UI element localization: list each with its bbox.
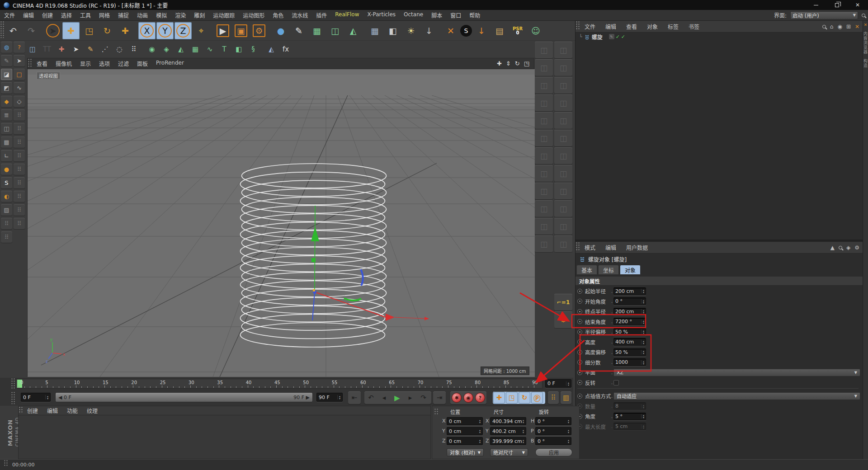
last-tool-move-button[interactable]: ✚ [117,22,134,39]
coord-field-位置-Y[interactable]: 0 cm▴▾ [447,427,483,435]
menu-item-工具[interactable]: 工具 [76,11,95,19]
floor-button[interactable]: ↓ [420,22,438,39]
palette-cell-8-button[interactable]: ⠿ [14,204,25,216]
keyframe-selection-button[interactable]: ⠿ [548,391,559,404]
checkbox-反转[interactable] [613,380,619,385]
coord-field-旋转-B[interactable]: 0 °▴▾ [535,437,571,445]
om-menu-item-对象[interactable]: 对象 [642,23,663,30]
palette-cell-4-button[interactable]: ⠿ [14,150,25,161]
layer-stack-button[interactable]: ≣ [1,109,12,121]
am-search-icon[interactable] [839,246,842,249]
palette-icon-right-0[interactable]: ◫ [554,42,572,58]
layer-icon[interactable]: ✎ [609,34,614,39]
poly-pen-button[interactable]: ◇ [14,96,25,107]
keyframe-radio[interactable] [577,380,582,385]
om-menu-item-书签[interactable]: 书签 [684,23,704,30]
redo-button[interactable]: ↷ [23,22,40,39]
keyframe-radio[interactable] [577,394,582,399]
palette-icon-left-8[interactable]: ◫ [535,183,553,199]
timeline-handle[interactable] [11,378,15,390]
menu-item-Octane[interactable]: Octane [400,11,427,19]
value-field-结束角度[interactable]: 7200 °▴▾ [613,318,646,325]
om-eye-icon[interactable]: ◉ [837,24,842,30]
palette-icon-right-8[interactable]: ◫ [554,183,572,199]
maximize-view-icon[interactable]: ◳ [524,60,529,67]
object-manager-handle[interactable] [576,21,580,30]
attribute-section-header[interactable]: 对象属性 [576,277,863,286]
play-button[interactable]: ▶ [391,394,404,402]
keyframe-radio[interactable] [577,339,582,344]
frame-field[interactable]: 0 F▴▾ [545,379,571,388]
palette-icon-right-7[interactable]: ◫ [554,165,572,182]
palette-cell-6-button[interactable]: ⠿ [14,177,25,188]
keyframe-radio[interactable] [577,299,582,304]
coord-field-位置-X[interactable]: 0 cm▴▾ [447,417,483,425]
menu-item-编辑[interactable]: 编辑 [19,11,38,19]
ruler-button[interactable]: ∟ [1,150,12,161]
om-filter-icon[interactable]: ✕ [855,24,859,30]
next-key-button[interactable]: ↷ [417,394,430,402]
record-options-button[interactable]: ? [475,393,485,403]
om-search-icon[interactable] [822,25,826,28]
object-label[interactable]: 螺旋 [592,33,603,41]
viewport-menu-item-摄像机[interactable]: 摄像机 [52,60,76,67]
palette-icon-right-1[interactable]: ◫ [554,59,572,76]
menu-item-创建[interactable]: 创建 [38,11,57,19]
palette-icon-right-6[interactable]: ◫ [554,147,572,164]
search-icon[interactable] [862,14,865,17]
value-field-开始角度[interactable]: 0 °▴▾ [613,297,646,305]
am-lock-icon[interactable]: ◈ [846,244,850,251]
workplane-button[interactable]: ◆ [1,96,12,107]
move-button[interactable]: ✚ [62,22,80,39]
lock-x-axis-button[interactable]: X [138,22,156,39]
poly-mesh-button[interactable]: ▦ [189,42,202,56]
palette-icon-right-11[interactable]: ◫ [554,235,572,252]
attribute-manager-handle[interactable] [576,242,580,251]
camera-button[interactable]: ◧ [384,22,401,39]
menu-item-文件[interactable]: 文件 [0,11,19,19]
om-menu-item-查看[interactable]: 查看 [621,23,642,30]
om-menu-item-编辑[interactable]: 编辑 [600,23,621,30]
render-picture-viewer-button[interactable]: ▣ [232,22,250,39]
palette-cell-2-button[interactable]: ⠿ [14,123,25,134]
pan-icon[interactable]: ✚ [497,60,502,67]
workplane-settings-button[interactable]: ⚙ [554,311,572,328]
viewport-menu-item-面板[interactable]: 面板 [133,60,152,67]
tab-坐标[interactable]: 坐标 [598,265,619,275]
tab-对象[interactable]: 对象 [620,265,641,275]
cursor-button[interactable]: ➤ [14,55,25,66]
coordinates-handle[interactable] [434,408,438,414]
prev-key-button[interactable]: ↶ [364,394,377,402]
rotate-view-icon[interactable]: ↻ [515,60,520,67]
rotate-button[interactable]: ↻ [99,22,116,39]
visible-check-icon[interactable]: ✓ [621,34,625,40]
lock-z-axis-button[interactable]: Z [175,22,192,39]
value-field-起始半径[interactable]: 200 cm▴▾ [613,287,646,295]
palette-icon-right-10[interactable]: ◫ [554,218,572,235]
prev-frame-button[interactable]: ◂ [377,394,391,402]
menu-item-运动跟踪[interactable]: 运动跟踪 [209,11,239,19]
spline-smooth-button[interactable]: ∿ [14,82,25,94]
make-editable-button[interactable]: ◫ [26,42,39,56]
mm-menu-item-创建[interactable]: 创建 [23,407,42,414]
live-selection-button[interactable]: ➤ [44,22,61,39]
palette-icon-right-3[interactable]: ◫ [554,94,572,111]
menu-item-窗口[interactable]: 窗口 [446,11,465,19]
dock-close-icon[interactable]: ✕ [864,23,868,27]
keyframe-radio[interactable] [577,319,582,324]
menu-item-运动图形[interactable]: 运动图形 [239,11,269,19]
end-frame-spinner[interactable]: 90 F▴▾ [316,393,343,402]
menu-item-角色[interactable]: 角色 [269,11,288,19]
keyframe-radio[interactable] [577,289,582,294]
circle-points-button[interactable]: ◌ [113,42,126,56]
value-field-角度[interactable]: 5 °▴▾ [613,413,646,420]
render-view-button[interactable]: ▶ [214,22,231,39]
x-particles-button[interactable]: ✕ [442,22,459,39]
object-tree-item-spiral[interactable]: └ 螺旋 ✎ ✓ ✓ [576,33,863,41]
point-select-button[interactable]: ➤ [69,42,83,56]
browser-globe-button[interactable]: ◍ [1,42,12,53]
palette-icon-right-9[interactable]: ◫ [554,200,572,217]
autokey-button[interactable]: ◉ [463,393,473,403]
am-menu-item-用户数据[interactable]: 用户数据 [621,244,653,251]
magic-down-button[interactable]: ↓ [473,22,490,39]
